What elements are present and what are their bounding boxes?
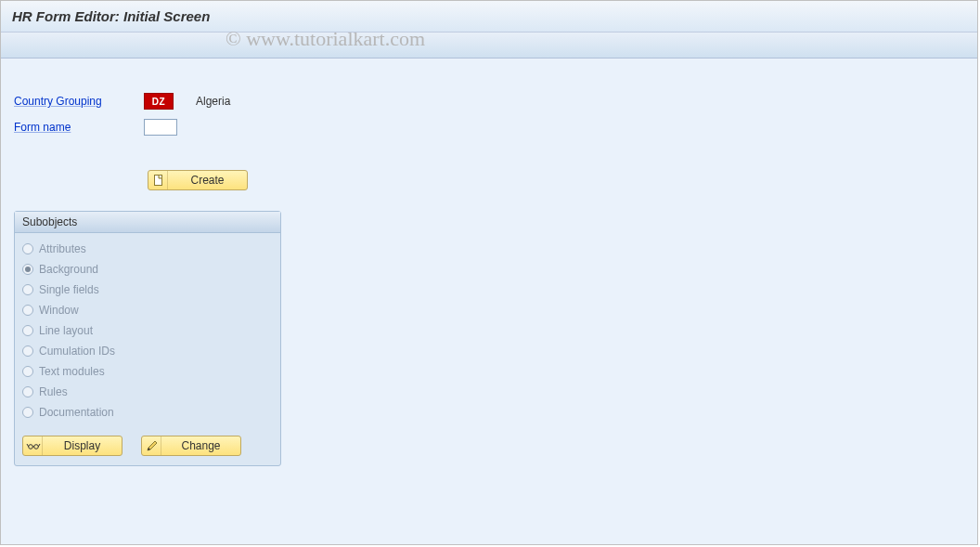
glasses-icon xyxy=(24,436,43,455)
radio-icon xyxy=(22,345,33,357)
radio-label: Background xyxy=(39,263,98,276)
radio-window[interactable]: Window xyxy=(22,300,273,320)
radio-cumulation-ids[interactable]: Cumulation IDs xyxy=(22,341,273,361)
radio-label: Attributes xyxy=(39,242,86,255)
radio-label: Window xyxy=(39,304,79,317)
row-country-grouping: Country Grouping DZ Algeria xyxy=(14,90,968,112)
radio-label: Documentation xyxy=(39,406,114,419)
label-form-name: Form name xyxy=(14,121,144,134)
radio-label: Cumulation IDs xyxy=(39,345,115,358)
radio-icon xyxy=(22,284,33,295)
create-button-label: Create xyxy=(168,174,247,187)
radio-icon xyxy=(22,407,33,418)
display-button[interactable]: Display xyxy=(22,436,122,456)
radio-line-layout[interactable]: Line layout xyxy=(22,320,273,341)
display-button-label: Display xyxy=(43,439,122,452)
radio-label: Line layout xyxy=(39,324,93,337)
radio-icon xyxy=(22,386,33,397)
radio-documentation[interactable]: Documentation xyxy=(22,402,273,423)
radio-text-modules[interactable]: Text modules xyxy=(22,361,273,382)
change-button[interactable]: Change xyxy=(141,436,241,456)
create-button-row: Create xyxy=(148,170,968,190)
row-form-name: Form name xyxy=(14,116,968,138)
radio-background[interactable]: Background xyxy=(22,259,273,280)
app-window: HR Form Editor: Initial Screen © www.tut… xyxy=(0,0,978,545)
radio-icon xyxy=(22,243,33,254)
change-button-label: Change xyxy=(161,439,240,452)
radio-attributes[interactable]: Attributes xyxy=(22,239,273,259)
subobjects-body: Attributes Background Single fields Wind… xyxy=(15,233,280,424)
radio-label: Text modules xyxy=(39,365,105,378)
new-page-icon xyxy=(149,171,168,189)
radio-single-fields[interactable]: Single fields xyxy=(22,280,273,300)
country-grouping-description: Algeria xyxy=(196,95,230,108)
titlebar: HR Form Editor: Initial Screen xyxy=(1,1,977,33)
svg-point-2 xyxy=(33,445,38,449)
content-area: Country Grouping DZ Algeria Form name xyxy=(1,59,977,475)
radio-icon xyxy=(22,305,33,316)
page-title: HR Form Editor: Initial Screen xyxy=(12,8,210,24)
radio-icon xyxy=(22,366,33,377)
subobjects-buttons: Display Change xyxy=(15,424,280,456)
svg-point-1 xyxy=(28,445,32,449)
form-name-input[interactable] xyxy=(144,119,177,136)
pencil-icon xyxy=(143,436,161,455)
create-button[interactable]: Create xyxy=(148,170,248,190)
country-grouping-code[interactable]: DZ xyxy=(144,93,174,110)
radio-label: Rules xyxy=(39,385,68,398)
radio-label: Single fields xyxy=(39,283,99,296)
radio-icon xyxy=(22,264,33,275)
subobjects-header: Subobjects xyxy=(15,212,280,233)
toolbar xyxy=(1,33,977,59)
subobjects-group: Subobjects Attributes Background Single … xyxy=(14,211,281,466)
form-area: Country Grouping DZ Algeria Form name xyxy=(14,90,968,466)
radio-rules[interactable]: Rules xyxy=(22,382,273,402)
radio-icon xyxy=(22,325,33,336)
label-country-grouping: Country Grouping xyxy=(14,95,144,108)
